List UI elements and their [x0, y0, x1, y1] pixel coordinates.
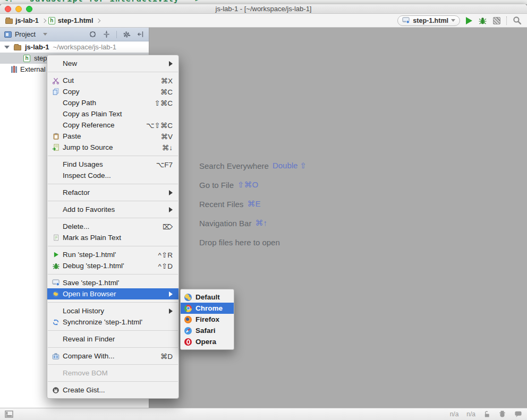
background-window[interactable]: <!-- JavaScript for interactivity -->	[0, 0, 527, 4]
menu-item-copy-as-plain-text[interactable]: Copy as Plain Text	[47, 108, 178, 119]
paste-icon	[50, 132, 61, 140]
close-window-button[interactable]	[5, 6, 11, 12]
menu-item-mark-as-plain-text[interactable]: Mark as Plain Text	[47, 232, 178, 243]
browser-globe-icon	[50, 290, 61, 298]
scroll-to-source-button[interactable]	[89, 30, 97, 38]
disclosure-triangle-icon[interactable]	[4, 46, 10, 49]
minimize-window-button[interactable]	[15, 6, 22, 12]
settings-gear-button[interactable]	[123, 30, 131, 39]
menu-item-copy[interactable]: Copy ⌘C	[47, 86, 178, 97]
debug-icon	[478, 16, 487, 25]
breadcrumb-chevron-icon	[42, 18, 46, 22]
search-everywhere-button[interactable]	[513, 16, 522, 25]
menu-item-delete[interactable]: Delete... ⌦	[47, 221, 178, 232]
menu-item-remove-bom[interactable]: Remove BOM	[47, 367, 178, 379]
context-menu: New Cut ⌘X Copy ⌘C Copy Path ⇧⌘C Copy as…	[47, 55, 179, 399]
opera-icon	[184, 338, 192, 346]
menu-item-copy-reference[interactable]: Copy Reference ⌥⇧⌘C	[47, 119, 178, 131]
compare-icon	[50, 353, 61, 360]
menu-separator	[48, 302, 178, 303]
menu-separator	[48, 246, 178, 246]
breadcrumb-project[interactable]: js-lab-1	[5, 17, 39, 24]
jump-to-source-icon	[50, 143, 61, 151]
debug-button[interactable]	[478, 16, 487, 25]
menu-item-reveal-in-finder[interactable]: Reveal in Finder	[47, 333, 178, 345]
search-icon	[513, 16, 522, 25]
window-controls	[5, 6, 32, 12]
submenu-arrow-icon	[169, 292, 173, 297]
menu-item-compare-with[interactable]: Compare With... ⌘D	[47, 350, 178, 362]
firefox-icon	[184, 316, 192, 323]
menu-separator	[48, 201, 178, 201]
submenu-arrow-icon	[169, 190, 173, 195]
menu-item-jump-to-source[interactable]: Jump to Source ⌘↓	[47, 142, 178, 153]
open-in-browser-submenu: Default Chrome Firefox Safari Opera	[180, 289, 234, 350]
menu-item-paste[interactable]: Paste ⌘V	[47, 131, 178, 142]
menu-item-local-history[interactable]: Local History	[47, 305, 178, 316]
debug-icon	[50, 262, 61, 270]
github-icon	[50, 387, 61, 394]
submenu-arrow-icon	[169, 308, 173, 314]
menu-item-create-gist[interactable]: Create Gist...	[47, 384, 178, 396]
menu-item-cut[interactable]: Cut ⌘X	[47, 75, 178, 86]
menu-separator	[48, 330, 178, 331]
menu-item-add-to-favorites[interactable]: Add to Favorites	[47, 204, 178, 215]
chevron-down-icon[interactable]	[43, 33, 47, 36]
breadcrumb-file[interactable]: h step-1.html	[48, 17, 94, 24]
submenu-item-safari[interactable]: Safari	[181, 325, 234, 336]
run-icon	[50, 251, 61, 258]
submenu-item-chrome[interactable]: Chrome	[181, 303, 234, 314]
status-value[interactable]: n/a	[450, 410, 459, 418]
menu-item-refactor[interactable]: Refactor	[47, 187, 178, 198]
lock-icon[interactable]	[483, 410, 490, 418]
hide-panel-button[interactable]	[137, 30, 144, 38]
highlighting-level-icon[interactable]	[498, 410, 506, 418]
toolbar-separator	[116, 31, 117, 38]
run-config-icon	[402, 17, 410, 24]
menu-item-synchronize[interactable]: Synchronize 'step-1.html'	[47, 316, 178, 328]
default-browser-icon	[184, 294, 192, 301]
folder-icon	[5, 19, 13, 24]
html-file-icon: h	[23, 55, 30, 62]
project-panel-title[interactable]: Project	[15, 31, 36, 38]
run-button[interactable]	[466, 17, 472, 24]
menu-separator	[48, 347, 178, 348]
menu-separator	[48, 218, 178, 218]
submenu-item-firefox[interactable]: Firefox	[181, 314, 234, 325]
titlebar: js-lab-1 - [~/workspace/js-lab-1]	[0, 4, 527, 14]
toolbar-separator	[506, 16, 507, 25]
project-path: ~/workspace/js-lab-1	[53, 43, 117, 51]
safari-icon	[184, 327, 192, 335]
cut-icon	[50, 77, 61, 84]
menu-item-debug[interactable]: Debug 'step-1.html' ^⇧D	[47, 260, 178, 271]
notification-bubble-icon[interactable]	[514, 410, 522, 418]
menu-separator	[48, 381, 178, 382]
window-title: js-lab-1 - [~/workspace/js-lab-1]	[0, 4, 527, 14]
menu-item-run[interactable]: Run 'step-1.html' ^⇧R	[47, 249, 178, 260]
submenu-item-default[interactable]: Default	[181, 292, 234, 303]
background-code-text: <!-- JavaScript for interactivity -->	[3, 0, 200, 4]
menu-separator	[48, 274, 178, 275]
menu-separator	[48, 72, 178, 72]
menu-item-new[interactable]: New	[47, 58, 178, 69]
toggle-toolwindows-button[interactable]	[5, 410, 13, 418]
tree-item-project-root[interactable]: js-lab-1 ~/workspace/js-lab-1	[0, 41, 149, 53]
chevron-down-icon	[451, 19, 455, 22]
status-value[interactable]: n/a	[466, 410, 475, 418]
breadcrumb-chevron-icon	[96, 18, 100, 22]
submenu-arrow-icon	[169, 207, 173, 212]
submenu-item-opera[interactable]: Opera	[181, 336, 234, 347]
menu-item-save[interactable]: Save 'step-1.html'	[47, 277, 178, 288]
project-panel-header: Project	[0, 28, 149, 41]
menu-item-open-in-browser[interactable]: Open in Browser	[47, 288, 178, 299]
menu-item-find-usages[interactable]: Find Usages ⌥F7	[47, 159, 178, 170]
coverage-button[interactable]	[493, 17, 500, 24]
collapse-all-button[interactable]	[103, 30, 110, 38]
run-configuration-selector[interactable]: step-1.html	[397, 15, 460, 26]
project-view-icon	[4, 31, 12, 38]
shortcut-hints: Search EverywhereDouble ⇧ Go to File⇧⌘O …	[199, 156, 307, 252]
menu-item-inspect-code[interactable]: Inspect Code...	[47, 170, 178, 181]
chrome-icon	[184, 305, 192, 312]
zoom-window-button[interactable]	[26, 6, 32, 12]
menu-item-copy-path[interactable]: Copy Path ⇧⌘C	[47, 97, 178, 108]
